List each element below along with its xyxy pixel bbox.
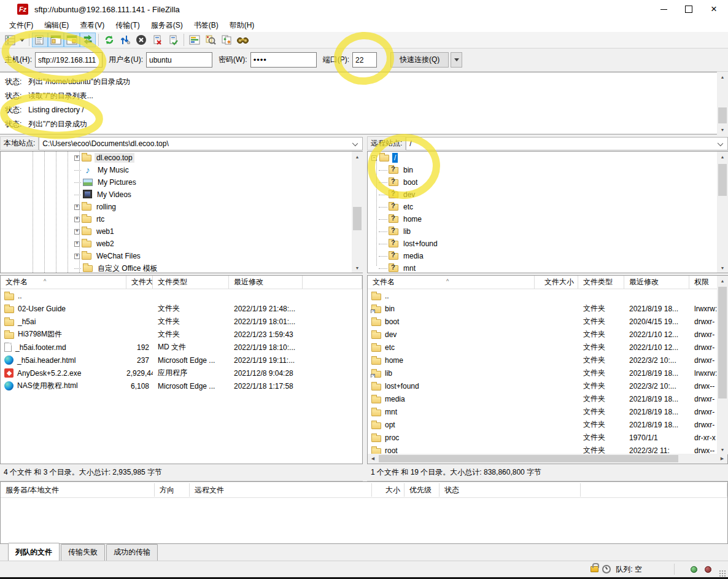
tree-item-dev[interactable]: ?dev: [368, 188, 727, 201]
file-row-_h5ai[interactable]: _h5ai文件夹2022/1/19 18:01:...: [1, 315, 362, 328]
file-row-boot[interactable]: boot文件夹2020/4/15 19...drwxr-: [368, 315, 718, 328]
directory-comparison-icon[interactable]: [203, 33, 219, 47]
tree-item-bin[interactable]: ?bin: [368, 164, 727, 176]
column-header-filetype[interactable]: 文件类型: [578, 276, 624, 289]
file-row-Hi3798M__[interactable]: Hi3798M固件文件夹2022/1/23 1:59:43: [1, 328, 362, 341]
refresh-icon[interactable]: [101, 33, 117, 47]
file-row-opt[interactable]: opt文件夹2021/8/19 18...drwxr-: [368, 418, 718, 431]
tree-item-web2[interactable]: +web2: [1, 238, 362, 250]
resize-grip[interactable]: [719, 570, 726, 577]
expander-icon[interactable]: +: [74, 229, 80, 235]
filter-icon[interactable]: [187, 33, 203, 47]
tree-item-root[interactable]: -/: [368, 152, 727, 164]
tree-item-lost+found[interactable]: ?lost+found: [368, 238, 727, 250]
file-row-bin[interactable]: ↗bin文件夹2021/8/19 18...lrwxrw:: [368, 302, 718, 315]
remote-list-scrollbar[interactable]: [717, 276, 728, 454]
host-input[interactable]: [35, 52, 103, 68]
scroll-down-icon[interactable]: [717, 445, 728, 454]
local-site-combo[interactable]: C:\Users\ecoo\Documents\dl.ecoo.top\: [39, 137, 363, 150]
tab-queued-files[interactable]: 列队的文件: [8, 543, 60, 561]
queue-column-server-local-file[interactable]: 服务器/本地文件: [1, 483, 155, 497]
search-icon[interactable]: [234, 33, 250, 47]
site-manager-dropdown-icon[interactable]: [18, 33, 26, 47]
menu-item-server[interactable]: 服务器(S): [145, 19, 188, 32]
file-row-02-User_Guide[interactable]: 02-User Guide文件夹2022/1/19 21:48:...: [1, 302, 362, 315]
file-row-dev[interactable]: dev文件夹2022/1/10 12...drwxr-: [368, 328, 718, 341]
queue-column-remote-file[interactable]: 远程文件: [190, 483, 372, 497]
scroll-down-icon[interactable]: [717, 125, 728, 134]
expander-icon[interactable]: +: [74, 241, 80, 247]
file-row-..[interactable]: ..: [1, 289, 362, 302]
file-row-lost+found[interactable]: lost+found文件夹2022/3/2 10:...drwx--: [368, 379, 718, 392]
log-scrollbar[interactable]: [717, 72, 728, 134]
chevron-down-icon[interactable]: [352, 140, 358, 146]
scroll-right-icon[interactable]: [717, 454, 727, 464]
tree-item-media[interactable]: ?media: [368, 250, 727, 262]
successful-transfers-icon[interactable]: [165, 33, 181, 47]
menu-item-bookmarks[interactable]: 书签(B): [188, 19, 224, 32]
file-row-etc[interactable]: etc文件夹2022/1/10 12...drwxr-: [368, 341, 718, 354]
quickconnect-dropdown-icon[interactable]: [451, 52, 462, 68]
scroll-down-icon[interactable]: [717, 263, 728, 273]
scrollbar-thumb[interactable]: [718, 287, 727, 398]
scroll-left-icon[interactable]: [368, 454, 378, 464]
username-input[interactable]: [146, 52, 212, 68]
tree-item-rtc[interactable]: +rtc: [1, 213, 362, 225]
column-header-filesize[interactable]: 文件大小: [126, 276, 153, 289]
queue-column-size[interactable]: 大小: [372, 483, 405, 497]
tree-item-boot[interactable]: ?boot: [368, 176, 727, 188]
tree-item-my-pictures[interactable]: My Pictures: [1, 176, 362, 188]
toggle-remote-tree-icon[interactable]: [64, 33, 80, 47]
scrollbar-thumb[interactable]: [718, 164, 727, 196]
file-row-AnyDesk+5.2.2.exe[interactable]: AnyDesk+5.2.2.exe2,929,448应用程序2021/12/8 …: [1, 367, 362, 379]
tree-item-wechat-files[interactable]: +WeChat Files: [1, 250, 362, 262]
scrollbar-thumb[interactable]: [353, 207, 362, 230]
menu-item-view[interactable]: 查看(V): [74, 19, 110, 32]
scroll-up-icon[interactable]: [352, 152, 363, 161]
expander-icon[interactable]: -: [371, 155, 377, 161]
local-tree-scrollbar[interactable]: [352, 152, 363, 273]
column-header-modified[interactable]: 最近修改: [229, 276, 303, 289]
password-input[interactable]: [250, 52, 317, 68]
scroll-up-icon[interactable]: [717, 72, 728, 82]
tab-successful-transfers[interactable]: 成功的传输: [106, 544, 158, 561]
tab-failed-transfers[interactable]: 传输失败: [61, 544, 105, 561]
site-manager-icon[interactable]: [2, 33, 18, 47]
file-row-_h5ai.footer.md[interactable]: _h5ai.footer.md192MD 文件2022/1/19 18:10:.…: [1, 341, 362, 354]
tree-item-mnt[interactable]: ?mnt: [368, 262, 727, 273]
column-header-permissions[interactable]: 权限: [689, 276, 718, 289]
port-input[interactable]: [352, 52, 377, 68]
quickconnect-button[interactable]: 快速连接(Q): [390, 52, 449, 68]
file-row-NAS____.html[interactable]: NAS使用教程.html6,108Microsoft Edge ...2022/…: [1, 379, 362, 392]
toggle-transfer-queue-icon[interactable]: [80, 33, 96, 47]
column-header-filename[interactable]: 文件名^: [368, 276, 535, 289]
remote-tree-scrollbar[interactable]: [717, 152, 728, 273]
toggle-message-log-icon[interactable]: [32, 33, 48, 47]
tree-item-etc[interactable]: ?etc: [368, 201, 727, 213]
maximize-button[interactable]: [678, 0, 699, 18]
close-button[interactable]: [703, 0, 724, 18]
scroll-up-icon[interactable]: [717, 152, 728, 161]
synchronized-browsing-icon[interactable]: [219, 33, 234, 47]
menu-item-help[interactable]: 帮助(H): [224, 19, 260, 32]
cancel-icon[interactable]: [133, 33, 149, 47]
expander-icon[interactable]: +: [74, 155, 80, 161]
queue-column-status[interactable]: 状态: [440, 483, 581, 497]
file-row-lib[interactable]: ↗lib文件夹2021/8/19 18...lrwxrw:: [368, 367, 718, 379]
tree-item-rolling[interactable]: +rolling: [1, 201, 362, 213]
tree-item-自定义-office-模板[interactable]: 自定义 Office 模板: [1, 262, 362, 273]
queue-column-priority[interactable]: 优先级: [405, 483, 440, 497]
remote-list-hscrollbar[interactable]: [368, 454, 727, 464]
file-row-media[interactable]: media文件夹2021/8/19 18...drwxr-: [368, 392, 718, 405]
column-header-modified[interactable]: 最近修改: [624, 276, 689, 289]
queue-column-direction[interactable]: 方向: [155, 483, 190, 497]
expander-icon[interactable]: +: [74, 217, 80, 222]
tree-item-lib[interactable]: ?lib: [368, 225, 727, 238]
expander-icon[interactable]: +: [74, 254, 80, 259]
menu-item-transfer[interactable]: 传输(T): [110, 19, 145, 32]
file-row-_h5ai.header.html[interactable]: _h5ai.header.html237Microsoft Edge ...20…: [1, 354, 362, 367]
minimize-button[interactable]: [653, 0, 674, 18]
file-row-proc[interactable]: proc文件夹1970/1/1dr-xr-x: [368, 431, 718, 444]
scrollbar-thumb[interactable]: [718, 107, 727, 123]
toggle-local-tree-icon[interactable]: [48, 33, 64, 47]
